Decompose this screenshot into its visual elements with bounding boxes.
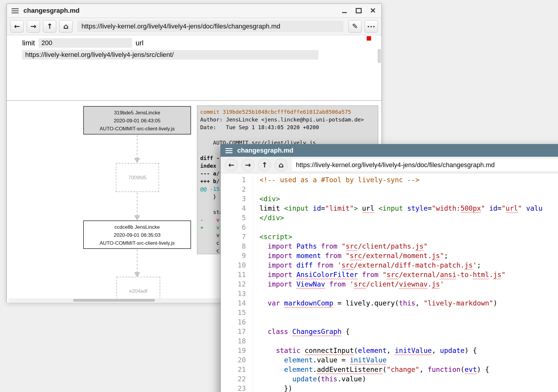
home-button[interactable]: ⌂ — [59, 20, 73, 33]
code-text — [253, 336, 264, 346]
forward-button[interactable]: → — [27, 20, 40, 33]
line-number: 15 — [221, 308, 253, 317]
line-number: 1 — [221, 175, 253, 185]
code-text: import AnsiColorFilter from "src/externa… — [253, 270, 506, 279]
code-text: static connectInput(element, initValue, … — [253, 346, 477, 355]
up-button[interactable]: ↑ — [43, 20, 56, 33]
commit-detail-line: commit 319bde525b1048cbcfff6dffe61012ab8… — [200, 108, 375, 116]
line-number: 23 — [221, 384, 253, 392]
limit-input[interactable] — [39, 38, 132, 48]
code-line[interactable]: 20 element.value = initValue — [221, 355, 558, 365]
close-button[interactable]: ✕ — [370, 7, 376, 14]
sync-indicator — [367, 36, 371, 41]
home-button[interactable]: ⌂ — [275, 159, 288, 172]
code-line[interactable]: 3<div> — [221, 194, 558, 204]
maximize-button[interactable] — [355, 7, 362, 14]
back-button[interactable]: ← — [225, 159, 238, 172]
url-input[interactable] — [22, 50, 318, 60]
front-window-title: changesgraph.md — [237, 147, 293, 154]
code-line[interactable]: 8 import Paths from "src/client/paths.js… — [221, 241, 558, 251]
code-text: element.addEventListener("change", funct… — [253, 365, 489, 374]
line-number: 11 — [221, 270, 253, 279]
horizontal-scrollbar-thumb[interactable] — [73, 299, 155, 302]
vertical-scrollbar-thumb[interactable] — [378, 49, 381, 63]
forward-button[interactable]: → — [241, 159, 254, 172]
back-window-titlebar[interactable]: changesgraph.md ✕ — [7, 4, 381, 18]
code-line[interactable]: 15 — [221, 308, 558, 317]
code-line[interactable]: 11 import AnsiColorFilter from "src/exte… — [221, 270, 558, 279]
line-number: 8 — [221, 241, 253, 251]
commit-node-319bde5[interactable]: 319bde5 JensLincke 2020-09-01 06:43:05 A… — [83, 106, 191, 135]
back-button[interactable]: ← — [10, 20, 24, 33]
code-line[interactable]: 23 }) — [221, 384, 558, 392]
address-input[interactable] — [292, 159, 558, 171]
code-line[interactable]: 7<script> — [221, 232, 558, 241]
commit-detail-line — [200, 131, 375, 139]
code-text: </div> — [253, 213, 284, 223]
code-line[interactable]: 14 var markdownComp = lively.query(this,… — [221, 298, 558, 308]
minimize-button[interactable] — [341, 7, 348, 14]
line-number: 20 — [221, 355, 253, 365]
back-window-title: changesgraph.md — [23, 7, 79, 15]
code-text — [253, 317, 264, 327]
code-line[interactable]: 22 update(this.value) — [221, 374, 558, 384]
code-text: element.value = initValue — [253, 355, 387, 365]
code-text: class ChangesGraph { — [253, 327, 350, 336]
line-number: 7 — [221, 232, 253, 241]
front-window: changesgraph.md ← → ↑ ⌂ 1<!-- used as a … — [220, 144, 558, 392]
more-button[interactable]: ... — [365, 20, 378, 33]
code-line[interactable]: 16 — [221, 317, 558, 327]
code-line[interactable]: 13 — [221, 289, 558, 298]
line-number: 6 — [221, 223, 253, 232]
code-line[interactable]: 19 static connectInput(element, initValu… — [221, 346, 558, 355]
commit-detail-line: Date: Tue Sep 1 18:43:05 2020 +0200 — [200, 124, 375, 131]
line-number: 19 — [221, 346, 253, 355]
code-text: <script> — [253, 232, 292, 241]
code-line[interactable]: 18 — [221, 336, 558, 346]
code-line[interactable]: 17 class ChangesGraph { — [221, 327, 558, 336]
code-line[interactable]: 10 import diff from 'src/external/diff-m… — [221, 260, 558, 270]
address-input[interactable] — [77, 21, 344, 32]
menu-icon[interactable] — [225, 148, 232, 153]
code-text: import diff from 'src/external/diff-matc… — [253, 260, 481, 270]
line-number: 21 — [221, 365, 253, 374]
edit-button[interactable]: ✎ — [348, 20, 362, 33]
front-window-titlebar[interactable]: changesgraph.md — [221, 144, 558, 157]
commit-node-date: 2020-09-01 06:43:05 — [84, 117, 190, 125]
commit-detail-line: Author: JensLincke <jens.lincke@hpi.uni-… — [200, 116, 375, 124]
line-number: 16 — [221, 317, 253, 327]
code-line[interactable]: 9 import moment from "src/external/momen… — [221, 251, 558, 260]
code-text: import Paths from "src/client/paths.js" — [253, 241, 428, 251]
code-line[interactable]: 21 element.addEventListener("change", fu… — [221, 365, 558, 374]
code-line[interactable]: 12 import ViewNav from 'src/client/viewn… — [221, 279, 558, 289]
line-number: 22 — [221, 374, 253, 384]
code-text: <div> — [253, 194, 280, 204]
commit-node-7009fd5[interactable]: 7009fd5 — [116, 163, 159, 192]
code-editor[interactable]: 1<!-- used as a #Tool by lively-sync -->… — [221, 173, 558, 392]
code-text: update(this.value) — [253, 374, 366, 384]
code-line[interactable]: 2 — [221, 185, 558, 194]
line-number: 5 — [221, 213, 253, 223]
up-button[interactable]: ↑ — [258, 159, 271, 172]
code-line[interactable]: 5</div> — [221, 213, 558, 223]
commit-node-label: ccdce8b JensLincke — [84, 223, 190, 231]
menu-icon[interactable] — [12, 8, 19, 13]
line-number: 10 — [221, 260, 253, 270]
code-text — [253, 308, 264, 317]
commit-node-date: 2020-09-01 06:35:03 — [84, 231, 190, 239]
code-line[interactable]: 6 — [221, 223, 558, 232]
commit-node-ccdce8b[interactable]: ccdce8b JensLincke 2020-09-01 06:35:03 A… — [83, 220, 191, 249]
limit-label: limit — [22, 39, 35, 47]
commit-node-message: AUTO-COMMIT-src-client-lively.js — [84, 125, 190, 133]
back-navigation-toolbar: ← → ↑ ⌂ ✎ ... — [7, 18, 381, 35]
code-text — [253, 185, 264, 194]
code-text: import moment from "src/external/moment.… — [253, 251, 448, 260]
code-line[interactable]: 4limit <input id="limit"> url <input sty… — [221, 204, 558, 213]
minimize-icon — [342, 12, 347, 13]
code-text: import ViewNav from 'src/client/viewnav.… — [253, 279, 444, 289]
front-navigation-toolbar: ← → ↑ ⌂ — [221, 157, 558, 173]
code-line[interactable]: 1<!-- used as a #Tool by lively-sync --> — [221, 175, 558, 185]
commit-node-message: AUTO-COMMIT-src-client-lively.js — [84, 239, 190, 247]
line-number: 3 — [221, 194, 253, 204]
commit-node-label: e204adf — [129, 287, 147, 295]
